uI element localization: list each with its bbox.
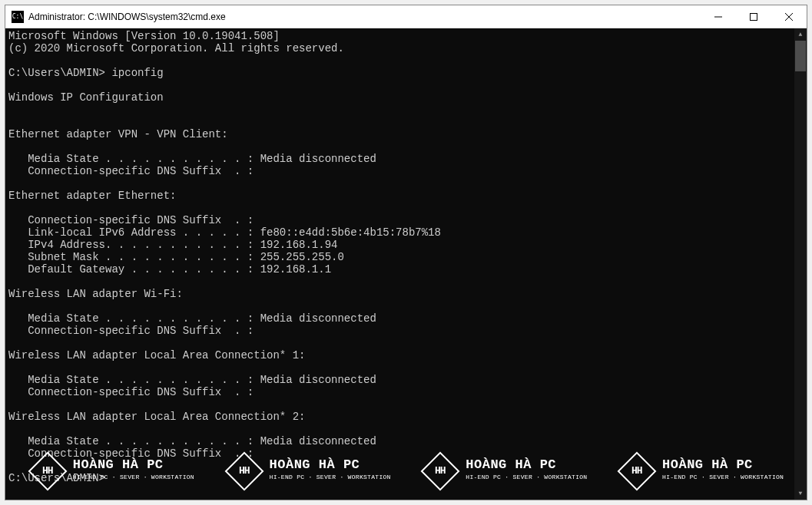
maximize-button[interactable] [736,5,771,28]
terminal-blank [8,361,804,374]
terminal-blank [8,140,804,153]
terminal-blank [8,177,804,190]
scrollbar[interactable]: ▲ ▼ [794,28,807,500]
adapter-line: Connection-specific DNS Suffix . : [8,447,804,460]
adapter-name: Wireless LAN adapter Local Area Connecti… [8,411,804,423]
terminal-prompt: C:\Users\ADMIN> [8,472,804,484]
terminal-blank [8,116,804,128]
terminal-blank [8,460,804,472]
terminal-line: Windows IP Configuration [8,91,804,104]
cmd-icon: C:\ [12,11,24,23]
adapter-name: Ethernet adapter Ethernet: [8,190,804,202]
terminal-blank [8,300,804,312]
terminal-blank [8,104,804,116]
adapter-line: Connection-specific DNS Suffix . : [8,214,804,226]
maximize-icon [750,13,757,21]
adapter-name: Wireless LAN adapter Local Area Connecti… [8,349,804,361]
terminal-blank [8,276,804,288]
terminal-blank [8,202,804,214]
adapter-line: Connection-specific DNS Suffix . : [8,386,804,398]
terminal-line: Microsoft Windows [Version 10.0.19041.50… [8,30,804,42]
adapter-line: Default Gateway . . . . . . . . . : 192.… [8,263,804,276]
terminal-blank [8,79,804,91]
adapter-line: Connection-specific DNS Suffix . : [8,325,804,337]
adapter-line: Media State . . . . . . . . . . . : Medi… [8,312,804,325]
close-button[interactable] [771,5,807,28]
cmd-window: C:\ Administrator: C:\WINDOWS\system32\c… [5,5,807,500]
adapter-name: Ethernet adapter VPN - VPN Client: [8,128,804,140]
adapter-line: IPv4 Address. . . . . . . . . . . : 192.… [8,239,804,251]
terminal-blank [8,54,804,67]
terminal-prompt: C:\Users\ADMIN> ipconfig [8,67,804,79]
adapter-line: Connection-specific DNS Suffix . : [8,165,804,177]
minimize-button[interactable] [701,5,736,28]
terminal-blank [8,423,804,435]
terminal-body[interactable]: Microsoft Windows [Version 10.0.19041.50… [5,28,807,500]
minimize-icon [714,13,722,21]
cmd-icon-text: C:\ [12,14,23,20]
scroll-up-icon[interactable]: ▲ [794,28,807,41]
adapter-line: Media State . . . . . . . . . . . : Medi… [8,153,804,165]
scrollbar-thumb[interactable] [795,41,806,71]
terminal-blank [8,337,804,349]
close-icon [785,13,793,21]
adapter-line: Subnet Mask . . . . . . . . . . . : 255.… [8,251,804,263]
adapter-line: Media State . . . . . . . . . . . : Medi… [8,435,804,447]
scroll-down-icon[interactable]: ▼ [794,487,807,500]
window-controls [701,5,807,28]
terminal-line: (c) 2020 Microsoft Corporation. All righ… [8,42,804,54]
adapter-line: Media State . . . . . . . . . . . : Medi… [8,374,804,386]
titlebar[interactable]: C:\ Administrator: C:\WINDOWS\system32\c… [5,5,807,28]
adapter-name: Wireless LAN adapter Wi-Fi: [8,288,804,300]
terminal-blank [8,398,804,411]
window-title: Administrator: C:\WINDOWS\system32\cmd.e… [28,12,701,22]
svg-rect-1 [751,13,757,20]
adapter-line: Link-local IPv6 Address . . . . . : fe80… [8,226,804,239]
